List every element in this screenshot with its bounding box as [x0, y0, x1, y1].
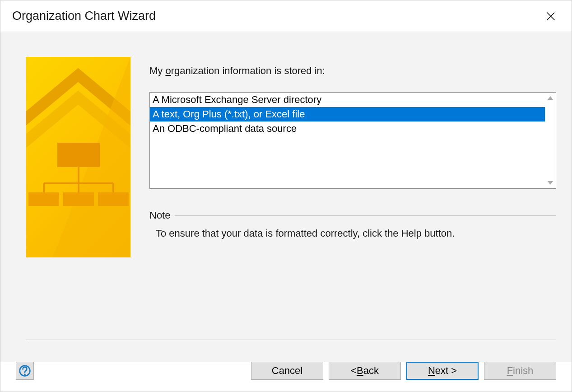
- list-item[interactable]: An ODBC-compliant data source: [150, 121, 545, 136]
- list-item[interactable]: A Microsoft Exchange Server directory: [150, 93, 545, 107]
- note-section: Note To ensure that your data is formatt…: [149, 210, 556, 239]
- finish-button: Finish: [484, 362, 556, 380]
- prompt-before: My: [149, 65, 165, 76]
- svg-rect-10: [63, 192, 94, 206]
- chevron-up-icon: [547, 94, 554, 102]
- svg-rect-9: [28, 192, 59, 206]
- svg-rect-11: [98, 192, 129, 206]
- cancel-label: Cancel: [272, 365, 302, 377]
- back-prefix: <: [351, 365, 357, 377]
- wizard-illustration: [26, 57, 130, 257]
- content-row: My organization information is stored in…: [26, 57, 556, 340]
- next-hotkey: N: [428, 365, 435, 377]
- right-column: My organization information is stored in…: [149, 57, 556, 239]
- next-suffix: ext >: [435, 365, 457, 377]
- note-heading: Note: [149, 210, 170, 221]
- close-icon: [546, 11, 556, 21]
- title-bar: Organization Chart Wizard: [0, 0, 572, 32]
- next-button[interactable]: Next >: [406, 362, 479, 380]
- svg-rect-3: [57, 143, 100, 167]
- svg-marker-13: [548, 181, 553, 185]
- listbox-scrollbar[interactable]: [545, 93, 556, 188]
- back-button[interactable]: < Back: [329, 362, 401, 380]
- dialog-footer: Cancel < Back Next > Finish: [0, 362, 572, 392]
- back-suffix: ack: [363, 365, 379, 377]
- note-rule: [175, 215, 556, 216]
- listbox-items: A Microsoft Exchange Server directory A …: [150, 93, 545, 188]
- source-listbox[interactable]: A Microsoft Exchange Server directory A …: [149, 92, 556, 189]
- svg-marker-12: [548, 96, 553, 100]
- prompt-hotkey: o: [165, 65, 171, 76]
- chevron-down-icon: [547, 179, 554, 187]
- source-prompt: My organization information is stored in…: [149, 65, 556, 77]
- dialog-body: My organization information is stored in…: [0, 32, 572, 362]
- wizard-dialog: Organization Chart Wizard: [0, 0, 572, 392]
- finish-hotkey: F: [507, 365, 513, 377]
- dialog-title: Organization Chart Wizard: [12, 9, 156, 23]
- cancel-button[interactable]: Cancel: [251, 362, 323, 380]
- help-icon: [19, 364, 31, 377]
- note-text: To ensure that your data is formatted co…: [156, 228, 556, 239]
- svg-point-15: [24, 373, 26, 375]
- list-item[interactable]: A text, Org Plus (*.txt), or Excel file: [150, 107, 545, 121]
- footer-separator: [26, 340, 556, 340]
- back-hotkey: B: [357, 365, 363, 377]
- note-heading-row: Note: [149, 210, 556, 223]
- finish-suffix: inish: [513, 365, 533, 377]
- help-button[interactable]: [16, 362, 34, 380]
- prompt-after: rganization information is stored in:: [171, 65, 325, 76]
- close-button[interactable]: [542, 7, 560, 25]
